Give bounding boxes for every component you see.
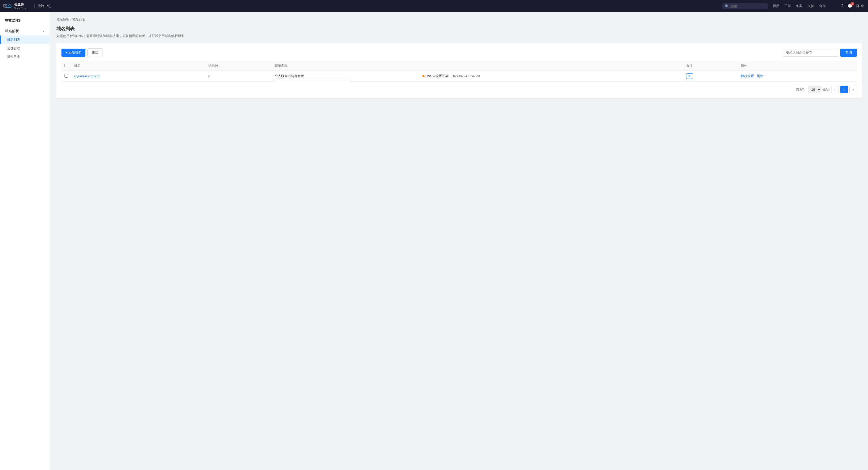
next-page-button[interactable]: › bbox=[849, 86, 857, 93]
help-icon[interactable]: ? bbox=[841, 4, 843, 8]
pagination-total: 共1条 bbox=[796, 87, 804, 92]
th-status bbox=[420, 61, 683, 71]
records-cell: 0 bbox=[205, 71, 271, 82]
th-domain: 域名 bbox=[71, 61, 205, 71]
content-card: + 添加域名 删除 查询 域名 记录数 套餐名称 bbox=[56, 43, 862, 98]
pagination: 共1条 10 20 50 条/页 ‹ 1 › bbox=[61, 86, 857, 93]
status-text: DNS未设置正确 bbox=[426, 74, 448, 78]
page-description: 如需使用智能DNS，需要通过添加域名功能，关联相应的套餐，才可以启用域名解析服务… bbox=[56, 34, 862, 38]
breadcrumb-domain-resolution[interactable]: 域名解析 bbox=[56, 18, 69, 21]
sidebar-section-header-domain[interactable]: 域名解析 ▲ bbox=[0, 27, 50, 35]
domain-link[interactable]: ctyuntest.ctdns.cn bbox=[74, 74, 100, 78]
note-edit-button[interactable]: ✏ bbox=[686, 73, 693, 79]
sidebar-item-operation-log[interactable]: 操作日志 bbox=[0, 53, 50, 61]
nav-center-label: 控制中心 bbox=[37, 4, 52, 8]
row-checkbox[interactable] bbox=[64, 74, 68, 77]
domain-search-group: 查询 bbox=[783, 49, 857, 57]
table-header-row: 域名 记录数 套餐名称 备注 操作 bbox=[61, 61, 857, 71]
right-divider bbox=[834, 3, 834, 8]
breadcrumb-domain-list: 域名列表 bbox=[72, 18, 85, 21]
app-grid-button[interactable]: ⊞ bbox=[3, 3, 7, 8]
nav-link-partner[interactable]: 合作 bbox=[819, 4, 826, 8]
select-all-checkbox[interactable] bbox=[64, 64, 68, 67]
chevron-up-icon: ▲ bbox=[42, 30, 45, 33]
logo: 天翼云 State Cloud bbox=[4, 2, 27, 10]
domain-cell: ctyuntest.ctdns.cn bbox=[71, 71, 205, 82]
status-dot-orange bbox=[423, 75, 425, 77]
domain-table: 域名 记录数 套餐名称 备注 操作 ctyuntest.ctd bbox=[61, 61, 857, 82]
page-size-select[interactable]: 10 20 50 bbox=[808, 86, 822, 93]
logo-subtext: State Cloud bbox=[14, 7, 27, 10]
dns-error-tooltip: DNS服务器设置异常，请联系您的域名注册商进行修改！ 智能DNS系统分配NS： … bbox=[275, 79, 350, 82]
table-toolbar: + 添加域名 删除 查询 bbox=[61, 49, 857, 57]
plan-cell: 个人版全力防御套餐 DNS服务器设置异常，请联系您的域名注册商进行修改！ 智能D… bbox=[272, 71, 420, 82]
th-action: 操作 bbox=[738, 61, 857, 71]
prev-page-button[interactable]: ‹ bbox=[831, 86, 839, 93]
notification-badge: 8 bbox=[850, 2, 855, 5]
plan-name: 个人版全力防御套餐 bbox=[275, 74, 304, 78]
nav-link-ticket[interactable]: 工单 bbox=[784, 4, 791, 8]
sidebar-item-domain-list[interactable]: 域名列表 bbox=[0, 35, 50, 44]
th-plan: 套餐名称 bbox=[272, 61, 420, 71]
page-size-unit: 条/页 bbox=[823, 87, 830, 92]
nav-link-support[interactable]: 支持 bbox=[808, 4, 814, 8]
th-note: 备注 bbox=[683, 61, 738, 71]
sidebar-section-label: 域名解析 bbox=[5, 29, 19, 33]
table-row: ctyuntest.ctdns.cn 0 个人版全力防御套餐 DNS服务器设置异… bbox=[61, 71, 857, 82]
page-1-button[interactable]: 1 bbox=[840, 86, 848, 93]
status-badge: DNS未设置正确 bbox=[423, 74, 448, 78]
top-right-icons: ? 💬 8 陈·金 bbox=[831, 3, 864, 8]
delete-domain-link[interactable]: 删除 bbox=[757, 74, 763, 78]
breadcrumb: 域名解析 / 域名列表 bbox=[56, 17, 862, 22]
update-time: 2024-04-24 16:42:30 bbox=[452, 74, 479, 78]
logo-text: 天翼云 bbox=[14, 2, 27, 7]
nav-link-record[interactable]: 备案 bbox=[796, 4, 803, 8]
th-records: 记录数 bbox=[205, 61, 271, 71]
top-navigation: ⊞ 天翼云 State Cloud 控制中心 🔍 费用 工单 备案 支持 合作 … bbox=[0, 0, 868, 12]
resolve-settings-link[interactable]: 解析设置 bbox=[741, 74, 754, 78]
sidebar-title: 智能DNS bbox=[0, 16, 50, 27]
sidebar-item-plan-management[interactable]: 套餐管理 bbox=[0, 44, 50, 53]
sidebar-section-domain: 域名解析 ▲ 域名列表 套餐管理 操作日志 bbox=[0, 27, 50, 61]
sidebar: 智能DNS 域名解析 ▲ 域名列表 套餐管理 操作日志 bbox=[0, 12, 51, 470]
search-input[interactable] bbox=[731, 4, 766, 8]
search-button[interactable]: 查询 bbox=[840, 49, 857, 57]
nav-link-fees[interactable]: 费用 bbox=[773, 4, 779, 8]
domain-search-input[interactable] bbox=[783, 49, 838, 57]
top-nav-links: 费用 工单 备案 支持 合作 bbox=[773, 4, 826, 8]
th-checkbox bbox=[61, 61, 71, 71]
page-title: 域名列表 bbox=[56, 26, 862, 32]
delete-button[interactable]: 删除 bbox=[87, 49, 102, 57]
notification-icon[interactable]: 💬 8 bbox=[847, 4, 852, 8]
breadcrumb-separator: / bbox=[70, 18, 72, 21]
add-domain-button[interactable]: + 添加域名 bbox=[61, 49, 85, 57]
action-cell: 解析设置 删除 bbox=[738, 71, 857, 82]
row-checkbox-cell bbox=[61, 71, 71, 82]
status-cell: DNS未设置正确 2024-04-24 16:42:30 bbox=[420, 71, 683, 82]
global-search[interactable]: 🔍 bbox=[722, 3, 768, 9]
domain-table-wrap: 域名 记录数 套餐名称 备注 操作 ctyuntest.ctd bbox=[61, 61, 857, 82]
main-content: 域名解析 / 域名列表 域名列表 如需使用智能DNS，需要通过添加域名功能，关联… bbox=[51, 12, 868, 470]
search-icon: 🔍 bbox=[725, 4, 729, 8]
note-cell: ✏ bbox=[683, 71, 738, 82]
user-name[interactable]: 陈·金 bbox=[857, 4, 864, 8]
